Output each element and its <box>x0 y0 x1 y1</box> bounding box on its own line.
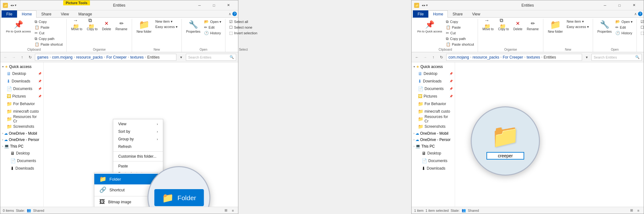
sidebar-downloads-right[interactable]: ⬇ Downloads 📌 <box>412 77 455 85</box>
bc-mojang-r[interactable]: com.mojang <box>448 55 469 59</box>
copy-to-btn-right[interactable]: ⧉📁 Copy to <box>496 19 511 31</box>
edit-btn-right[interactable]: ✏ Edit <box>614 25 634 30</box>
bc-for-creeper[interactable]: For Creeper <box>106 55 127 59</box>
content-area-right[interactable]: 📁 <box>455 62 644 207</box>
nav-up-right[interactable]: ↑ <box>430 54 437 61</box>
paste-btn-right[interactable]: 📋 Paste <box>445 25 475 30</box>
invert-selection-btn-right[interactable]: ⬚ Invert selection <box>639 30 644 36</box>
onedrive-personal-header-left[interactable]: › ☁ OneDrive - Persor <box>0 137 43 143</box>
this-pc-header-left[interactable]: › 💻 This PC <box>0 143 43 149</box>
ctx-refresh[interactable]: Refresh <box>113 143 163 150</box>
tab-home-right[interactable]: Home <box>428 10 448 18</box>
sidebar-screenshots-right[interactable]: 📁 Screenshots <box>412 123 455 130</box>
folder-rename-input[interactable] <box>486 152 524 160</box>
pin-to-quick-access-btn-left[interactable]: 📌 Pin to Quick access <box>4 19 33 34</box>
sidebar-minecraft-right[interactable]: 📁 minecraft custo <box>412 108 455 115</box>
sidebar-minecraft-left[interactable]: 📁 minecraft custo <box>0 108 43 115</box>
bc-for-creeper-r[interactable]: For Creeper <box>503 55 523 59</box>
ctx-view[interactable]: View › <box>113 120 163 128</box>
sidebar-for-behavior-left[interactable]: 📁 For Behavior <box>0 100 43 108</box>
properties-btn-right[interactable]: 🔧 Properties <box>596 19 614 34</box>
sidebar-desktop-right[interactable]: 🖥 Desktop 📌 <box>412 70 455 77</box>
tab-file-right[interactable]: File <box>413 10 428 18</box>
sidebar-pc-desktop-left[interactable]: 🖥 Desktop <box>0 149 43 157</box>
new-item-btn-left[interactable]: New item ▾ <box>154 19 179 24</box>
close-btn-left[interactable]: ✕ <box>221 0 236 10</box>
view-btn-grid-right[interactable]: ⊞ <box>629 208 634 213</box>
ctx-sort-by[interactable]: Sort by › <box>113 128 163 135</box>
view-btn-list-right[interactable]: ≡ <box>636 208 641 213</box>
maximize-btn-left[interactable]: □ <box>207 0 221 10</box>
sidebar-documents-right[interactable]: 📄 Documents 📌 <box>412 85 455 93</box>
copy-btn-right[interactable]: ⧉ Copy <box>445 19 475 25</box>
sidebar-documents-left[interactable]: 📄 Documents 📌 <box>0 85 43 93</box>
nav-expand-right[interactable]: ▾ <box>583 54 590 61</box>
sidebar-resources-left[interactable]: 📁 Resources for Cr <box>0 115 43 123</box>
tab-view-right[interactable]: View <box>467 10 485 18</box>
cut-btn-right[interactable]: ✂ Cut <box>445 30 475 36</box>
search-box-left[interactable]: Search Entities 🔍 <box>186 54 236 61</box>
bc-resource-packs[interactable]: resource_packs <box>76 55 103 59</box>
ribbon-help-left[interactable]: ? <box>232 12 237 16</box>
delete-btn-left[interactable]: ✕ Delete <box>100 19 113 31</box>
sidebar-for-behavior-right[interactable]: 📁 For Behavior <box>412 100 455 108</box>
sidebar-pc-desktop-right[interactable]: 🖥 Desktop <box>412 149 455 157</box>
move-to-btn-right[interactable]: →📁 Move to <box>480 19 496 31</box>
sidebar-pc-downloads-right[interactable]: ⬇ Downloads <box>412 165 455 172</box>
tab-home-left[interactable]: Home <box>17 10 36 18</box>
pin-to-quick-access-btn-right[interactable]: 📌 Pin to Quick access <box>415 19 444 34</box>
ribbon-collapse-left[interactable]: ∧ <box>229 12 231 16</box>
paste-shortcut-btn-left[interactable]: 📋 Paste shortcut <box>33 42 64 47</box>
easy-access-btn-left[interactable]: Easy access ▾ <box>154 24 179 30</box>
breadcrumb-left[interactable]: games › com.mojang › resource_packs › Fo… <box>35 54 176 61</box>
tab-share-left[interactable]: Share <box>36 10 56 18</box>
history-btn-right[interactable]: 🕐 History <box>614 30 634 36</box>
edit-btn-left[interactable]: ✏ Edit <box>203 25 223 30</box>
bc-games[interactable]: games <box>37 55 48 59</box>
bc-mojang[interactable]: com.mojang <box>52 55 72 59</box>
select-none-btn-right[interactable]: ☐ Select none <box>639 25 644 30</box>
minimize-btn-right[interactable]: ─ <box>598 0 612 10</box>
history-btn-left[interactable]: 🕐 History <box>203 30 223 36</box>
new-item-btn-right[interactable]: New item ▾ <box>565 19 590 24</box>
cut-btn-left[interactable]: ✂ Cut <box>33 30 64 36</box>
tab-manage-left[interactable]: Manage <box>74 10 97 18</box>
nav-back-left[interactable]: ← <box>2 54 9 61</box>
onedrive-personal-header-right[interactable]: › ☁ OneDrive - Persor <box>412 137 455 143</box>
maximize-btn-right[interactable]: □ <box>612 0 627 10</box>
nav-up-left[interactable]: ↑ <box>19 54 25 61</box>
ctx-customise[interactable]: Customise this folder... <box>113 153 163 160</box>
properties-btn-left[interactable]: 🔧 Properties <box>184 19 203 34</box>
ctx-group-by[interactable]: Group by › <box>113 135 163 143</box>
search-box-right[interactable]: Search Entities 🔍 <box>591 54 642 61</box>
move-to-btn-left[interactable]: →📁 Move to <box>69 19 84 31</box>
this-pc-header-right[interactable]: › 💻 This PC <box>412 143 455 149</box>
sidebar-pictures-right[interactable]: 🖼 Pictures 📌 <box>412 93 455 100</box>
sidebar-desktop-left[interactable]: 🖥 Desktop 📌 <box>0 70 43 77</box>
sidebar-downloads-left[interactable]: ⬇ Downloads 📌 <box>0 77 43 85</box>
onedrive-mobile-header-right[interactable]: › ☁ OneDrive - Mobil <box>412 130 455 137</box>
tab-file-left[interactable]: File <box>2 10 17 18</box>
rename-btn-right[interactable]: ✏ Rename <box>525 19 541 31</box>
submenu-folder[interactable]: 📁 Folder <box>94 174 158 184</box>
content-area-left[interactable]: This folder is empty. View › Sort by › G… <box>44 62 238 207</box>
bc-textures-r[interactable]: textures <box>527 55 540 59</box>
ribbon-collapse-right[interactable]: ∧ <box>634 12 637 16</box>
sidebar-screenshots-left[interactable]: 📁 Screenshots <box>0 123 43 130</box>
view-btn-grid-left[interactable]: ⊞ <box>223 208 229 213</box>
ribbon-help-right[interactable]: ? <box>638 12 642 16</box>
sidebar-resources-right[interactable]: 📁 Resources for Cr <box>412 115 455 123</box>
open-btn-left[interactable]: 📂 Open ▾ <box>203 19 223 25</box>
tab-share-right[interactable]: Share <box>448 10 467 18</box>
onedrive-mobile-header-left[interactable]: › ☁ OneDrive - Mobil <box>0 130 43 137</box>
nav-expand-left[interactable]: ▾ <box>178 54 185 61</box>
select-none-btn-left[interactable]: ☐ Select none <box>228 25 258 30</box>
nav-forward-left[interactable]: → <box>10 54 17 61</box>
new-folder-btn-left[interactable]: 📁 New folder <box>135 19 153 34</box>
select-all-btn-left[interactable]: ☑ Select all <box>228 19 258 25</box>
nav-back-right[interactable]: ← <box>414 54 420 61</box>
close-btn-right[interactable]: ✕ <box>627 0 641 10</box>
sidebar-pictures-left[interactable]: 🖼 Pictures 📌 <box>0 93 43 100</box>
copy-path-btn-left[interactable]: ⧉ Copy path <box>33 36 64 42</box>
invert-selection-btn-left[interactable]: ⬚ Invert selection <box>228 30 258 36</box>
